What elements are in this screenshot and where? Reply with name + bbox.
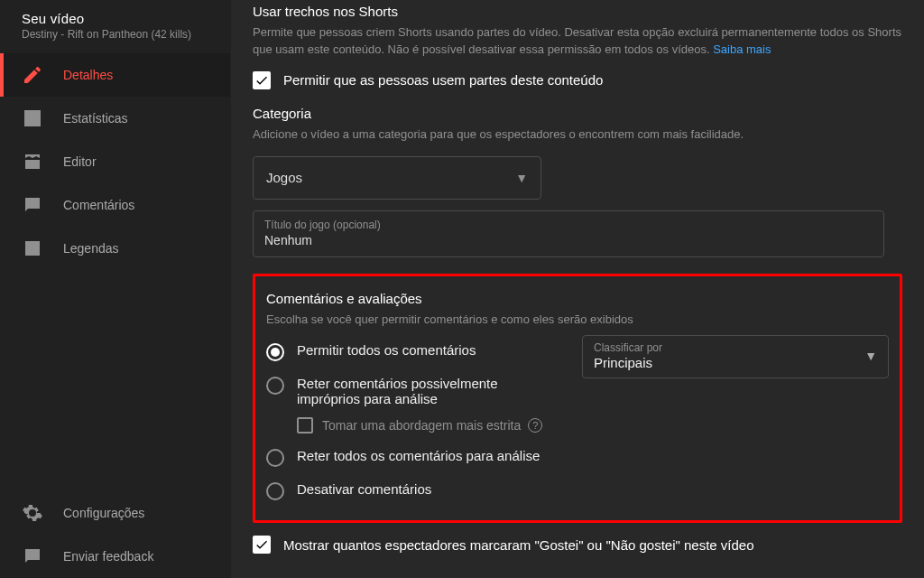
- sidebar: Seu vídeo Destiny - Rift on Pantheon (42…: [0, 0, 231, 578]
- shorts-allow-checkbox-row[interactable]: Permitir que as pessoas usem partes dest…: [253, 71, 902, 89]
- sidebar-item-label: Configurações: [63, 506, 144, 520]
- feedback-icon: [22, 545, 43, 567]
- comments-section-title: Comentários e avaliações: [266, 291, 889, 306]
- comments-option-label: Permitir todos os comentários: [297, 342, 476, 358]
- comments-option-label: Reter todos os comentários para análise: [297, 448, 540, 463]
- sidebar-item-label: Enviar feedback: [63, 549, 153, 564]
- section-category: Categoria Adicione o vídeo a uma categor…: [253, 106, 902, 257]
- game-title-field[interactable]: Título do jogo (opcional) Nenhum: [253, 210, 884, 257]
- sidebar-footer: Configurações Enviar feedback: [0, 491, 230, 578]
- sidebar-header-title: Seu vídeo: [22, 11, 208, 26]
- bar-chart-icon: [22, 107, 43, 129]
- sidebar-item-editor[interactable]: Editor: [0, 140, 230, 183]
- radio-icon: [266, 377, 284, 395]
- caret-down-icon: ▼: [515, 171, 528, 185]
- sidebar-item-details[interactable]: Detalhes: [0, 53, 230, 97]
- section-shorts: Usar trechos nos Shorts Permite que pess…: [253, 0, 902, 89]
- shorts-section-desc: Permite que pessoas criem Shorts usando …: [253, 24, 902, 59]
- clapper-icon: [22, 151, 43, 172]
- show-likes-checkbox-row[interactable]: Mostrar quantos espectadores marcaram "G…: [253, 536, 902, 554]
- sidebar-item-settings[interactable]: Configurações: [0, 491, 230, 535]
- sidebar-item-label: Estatísticas: [63, 111, 128, 126]
- sidebar-item-label: Legendas: [63, 241, 119, 256]
- category-section-title: Categoria: [253, 106, 902, 121]
- sidebar-header: Seu vídeo Destiny - Rift on Pantheon (42…: [0, 0, 230, 48]
- comments-sort-value: Principais: [594, 355, 662, 370]
- subtitles-icon: [22, 238, 43, 259]
- game-title-value: Nenhum: [264, 233, 873, 247]
- radio-icon: [266, 449, 284, 467]
- caret-down-icon: ▼: [864, 349, 877, 363]
- main-panel: Usar trechos nos Shorts Permite que pess…: [231, 0, 924, 578]
- shorts-allow-label: Permitir que as pessoas usem partes dest…: [283, 72, 603, 88]
- comments-option-label: Desativar comentários: [297, 481, 431, 497]
- comments-option-label: Reter comentários possivelmente imprópri…: [297, 376, 564, 406]
- sidebar-item-label: Detalhes: [63, 68, 113, 82]
- comments-strict-label: Tomar uma abordagem mais estrita: [322, 418, 521, 433]
- checkbox-checked-icon: [253, 536, 271, 554]
- checkbox-checked-icon: [253, 71, 271, 89]
- help-icon[interactable]: ?: [528, 418, 542, 433]
- comment-icon: [22, 194, 43, 216]
- sidebar-item-subtitles[interactable]: Legendas: [0, 227, 230, 270]
- comments-option-hold-inappropriate[interactable]: Reter comentários possivelmente imprópri…: [266, 368, 564, 414]
- pencil-icon: [22, 64, 43, 86]
- shorts-section-title: Usar trechos nos Shorts: [253, 4, 902, 19]
- checkbox-unchecked-icon: [297, 417, 313, 434]
- shorts-desc-text: Permite que pessoas criem Shorts usando …: [253, 25, 901, 56]
- comments-sort-label: Classificar por: [594, 341, 662, 354]
- comments-option-hold-all[interactable]: Reter todos os comentários para análise: [266, 441, 564, 474]
- comments-radio-group: Permitir todos os comentários Reter come…: [266, 335, 564, 508]
- shorts-learn-more-link[interactable]: Saiba mais: [713, 42, 771, 56]
- category-selected: Jogos: [266, 170, 302, 185]
- comments-option-allow-all[interactable]: Permitir todos os comentários: [266, 335, 564, 368]
- gear-icon: [22, 502, 43, 524]
- sidebar-item-label: Editor: [63, 154, 97, 169]
- show-likes-label: Mostrar quantos espectadores marcaram "G…: [283, 537, 754, 553]
- sidebar-item-feedback[interactable]: Enviar feedback: [0, 535, 230, 578]
- sidebar-header-subtitle: Destiny - Rift on Pantheon (42 kills): [22, 28, 208, 41]
- comments-sort-dropdown[interactable]: Classificar por Principais ▼: [582, 335, 889, 378]
- comments-strict-subrow[interactable]: Tomar uma abordagem mais estrita ?: [297, 414, 564, 441]
- sidebar-items: Detalhes Estatísticas Editor Comentários…: [0, 53, 230, 491]
- radio-icon: [266, 482, 284, 500]
- game-title-floating-label: Título do jogo (opcional): [264, 219, 873, 231]
- category-dropdown[interactable]: Jogos ▼: [253, 156, 541, 200]
- sidebar-item-analytics[interactable]: Estatísticas: [0, 97, 230, 140]
- section-comments-highlight: Comentários e avaliações Escolha se você…: [253, 274, 902, 524]
- sidebar-item-label: Comentários: [63, 198, 134, 212]
- category-section-desc: Adicione o vídeo a uma categoria para qu…: [253, 126, 902, 144]
- comments-section-desc: Escolha se você quer permitir comentário…: [266, 312, 889, 329]
- radio-selected-icon: [266, 343, 284, 361]
- sidebar-item-comments[interactable]: Comentários: [0, 183, 230, 227]
- comments-option-disable[interactable]: Desativar comentários: [266, 474, 564, 508]
